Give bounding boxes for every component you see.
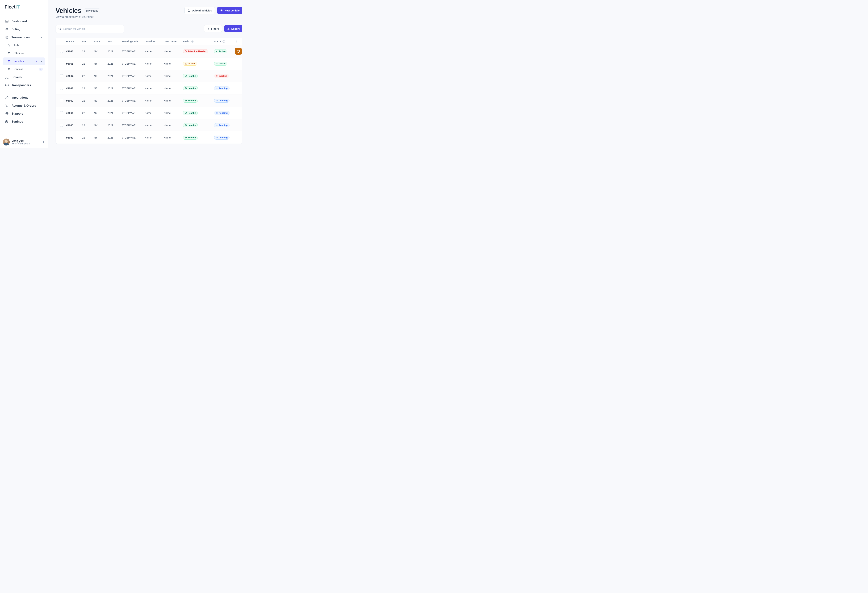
svg-point-12: [59, 28, 61, 30]
sidebar-item-citations[interactable]: Citations: [3, 49, 45, 57]
cell-year: 2021: [108, 136, 122, 139]
col-year[interactable]: Year: [108, 40, 122, 43]
col-location[interactable]: Location: [145, 40, 164, 43]
col-health[interactable]: Health ?: [183, 40, 214, 43]
page-subtitle: View a breakdown of your fleet: [56, 15, 100, 19]
cell-cost: Name: [164, 136, 183, 139]
help-icon[interactable]: ?: [223, 40, 225, 43]
filters-button[interactable]: Filters: [204, 25, 222, 32]
cell-status: Pending: [214, 86, 235, 90]
chevron-down-icon: [40, 60, 43, 63]
search-input-wrapper[interactable]: [56, 25, 124, 33]
row-checkbox[interactable]: [60, 50, 63, 53]
sidebar-item-transponders[interactable]: Transponders: [3, 81, 45, 89]
table-row[interactable]: #3061 22 NY 2021 JTDEPMAE Name Name Heal…: [56, 107, 242, 119]
sidebar-item-support[interactable]: Support: [3, 110, 45, 118]
cell-state: NY: [94, 136, 108, 139]
row-checkbox[interactable]: [60, 111, 63, 114]
sidebar-item-returns[interactable]: Returns & Orders: [3, 102, 45, 109]
cell-health: Healthy: [183, 136, 214, 140]
svg-point-1: [8, 44, 9, 45]
sidebar-item-settings[interactable]: Settings: [3, 118, 45, 125]
col-cost[interactable]: Cost Center: [164, 40, 183, 43]
help-icon[interactable]: ?: [191, 40, 194, 43]
col-tracking[interactable]: Tracking Code: [122, 40, 145, 43]
cell-cost: Name: [164, 62, 183, 65]
sidebar-item-review[interactable]: Review 2: [3, 65, 45, 73]
col-state[interactable]: State: [94, 40, 108, 43]
sidebar-item-label: Support: [12, 112, 43, 115]
row-checkbox[interactable]: [60, 87, 63, 90]
health-pill: At Risk: [183, 62, 197, 66]
cell-year: 2021: [108, 124, 122, 127]
col-plate[interactable]: Plate #: [66, 40, 82, 43]
row-checkbox[interactable]: [60, 124, 63, 127]
health-pill: Healthy: [183, 74, 198, 78]
cell-state: NJ: [94, 99, 108, 102]
col-vin[interactable]: Vin: [82, 40, 94, 43]
cell-cost: Name: [164, 50, 183, 53]
sidebar-item-dashboard[interactable]: Dashboard: [3, 18, 45, 25]
new-vehicle-button[interactable]: New Vehicle: [217, 7, 242, 14]
cell-status: Pending: [214, 136, 235, 140]
status-pill: Active: [214, 62, 227, 66]
user-menu[interactable]: John Doe john@fleetit.com: [3, 135, 45, 146]
table-row[interactable]: #3060 22 NY 2021 JTDEPMAE Name Name Heal…: [56, 119, 242, 131]
sidebar-item-transactions[interactable]: Transactions: [3, 34, 45, 41]
sidebar-item-label: Returns & Orders: [12, 104, 43, 108]
cell-tracking: JTDEPMAE: [122, 124, 145, 127]
bar-chart-icon: [5, 19, 9, 24]
svg-point-13: [236, 40, 236, 41]
cell-state: NY: [94, 111, 108, 114]
cell-status: Active: [214, 62, 235, 66]
cart-icon: [5, 104, 9, 108]
export-button[interactable]: Export: [224, 25, 242, 32]
table-row[interactable]: #3063 22 NJ 2021 JTDEPMAE Name Name Heal…: [56, 82, 242, 94]
select-all-checkbox[interactable]: [60, 40, 63, 43]
cell-plate: #3060: [66, 124, 82, 127]
row-checkbox[interactable]: [60, 136, 63, 139]
cell-state: NY: [94, 50, 108, 53]
sidebar-item-integrations[interactable]: Integrations: [3, 94, 45, 102]
table-row[interactable]: #3059 22 NY 2021 JTDEPMAE Name Name Heal…: [56, 131, 242, 144]
cell-tracking: JTDEPMAE: [122, 87, 145, 90]
cell-vin: 22: [82, 99, 94, 102]
sidebar-item-tolls[interactable]: Tolls: [3, 41, 45, 49]
row-checkbox[interactable]: [60, 62, 63, 65]
cell-action: [235, 48, 242, 55]
col-status[interactable]: Status ?: [214, 40, 235, 43]
svg-point-10: [6, 113, 7, 114]
cell-vin: 22: [82, 62, 94, 65]
sidebar-item-label: Dashboard: [12, 20, 43, 23]
cell-cost: Name: [164, 124, 183, 127]
search-input[interactable]: [63, 27, 121, 31]
sidebar-item-vehicles[interactable]: Vehicles 2: [3, 58, 45, 65]
search-icon: [58, 27, 62, 31]
vehicles-table: Plate # Vin State Year Tracking Code Loc…: [56, 38, 242, 144]
bell-icon: [7, 67, 11, 71]
table-row[interactable]: #3064 22 NJ 2021 JTDEPMAE Name Name Heal…: [56, 70, 242, 82]
row-checkbox[interactable]: [60, 74, 63, 77]
table-row[interactable]: #3065 22 NY 2021 JTDEPMAE Name Name At R…: [56, 58, 242, 70]
cell-location: Name: [145, 74, 164, 77]
status-pill: Pending: [214, 111, 229, 115]
button-label: New Vehicle: [224, 9, 239, 12]
button-label: Upload Vehicles: [192, 9, 212, 12]
sidebar-item-label: Drivers: [12, 75, 43, 79]
row-checkbox[interactable]: [60, 99, 63, 102]
sidebar-item-billing[interactable]: Billing: [3, 25, 45, 33]
cell-plate: #3059: [66, 136, 82, 139]
sidebar-item-label: Transactions: [12, 35, 39, 39]
cell-status: Active: [214, 49, 235, 53]
table-row[interactable]: #3062 22 NJ 2021 JTDEPMAE Name Name Heal…: [56, 94, 242, 107]
user-name: John Doe: [12, 139, 30, 142]
table-row[interactable]: #3066 22 NY 2021 JTDEPMAE Name Name Atte…: [56, 45, 242, 58]
sidebar-item-drivers[interactable]: Drivers: [3, 74, 45, 81]
cell-vin: 22: [82, 50, 94, 53]
row-alert-button[interactable]: [235, 48, 242, 55]
upload-vehicles-button[interactable]: Upload Vehicles: [185, 7, 215, 14]
cell-status: Pending: [214, 111, 235, 115]
cell-year: 2021: [108, 50, 122, 53]
more-actions-icon[interactable]: [235, 40, 238, 43]
users-icon: [5, 75, 9, 79]
